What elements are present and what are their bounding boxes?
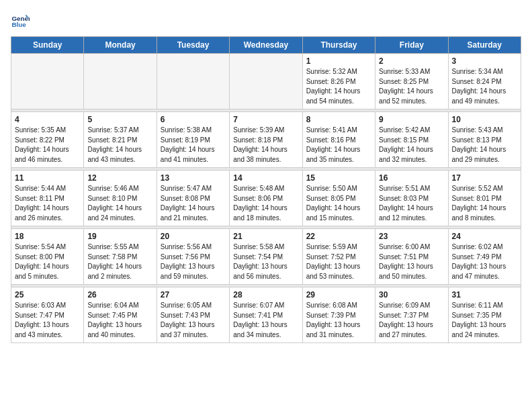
day-info: Sunrise: 5:50 AM Sunset: 8:05 PM Dayligh… — [306, 184, 371, 223]
calendar-cell: 2Sunrise: 5:33 AM Sunset: 8:25 PM Daylig… — [375, 54, 448, 109]
day-info: Sunrise: 5:47 AM Sunset: 8:08 PM Dayligh… — [161, 184, 226, 223]
calendar-cell: 13Sunrise: 5:47 AM Sunset: 8:08 PM Dayli… — [157, 171, 229, 226]
day-number: 5 — [87, 115, 152, 124]
day-number: 11 — [15, 173, 80, 183]
calendar-cell: 15Sunrise: 5:50 AM Sunset: 8:05 PM Dayli… — [302, 171, 375, 226]
calendar-cell: 28Sunrise: 6:07 AM Sunset: 7:41 PM Dayli… — [230, 287, 302, 343]
day-header-saturday: Saturday — [448, 37, 521, 54]
day-number: 22 — [306, 232, 371, 241]
svg-text:Blue: Blue — [11, 21, 26, 28]
day-info: Sunrise: 5:51 AM Sunset: 8:03 PM Dayligh… — [379, 184, 444, 223]
day-number: 2 — [379, 56, 444, 66]
day-number: 7 — [233, 115, 298, 124]
calendar-cell: 24Sunrise: 6:02 AM Sunset: 7:49 PM Dayli… — [448, 229, 521, 285]
day-info: Sunrise: 6:03 AM Sunset: 7:47 PM Dayligh… — [15, 301, 80, 340]
calendar-cell: 11Sunrise: 5:44 AM Sunset: 8:11 PM Dayli… — [11, 171, 84, 226]
day-info: Sunrise: 5:38 AM Sunset: 8:19 PM Dayligh… — [161, 126, 226, 165]
day-number: 15 — [306, 173, 371, 183]
day-info: Sunrise: 6:09 AM Sunset: 7:37 PM Dayligh… — [379, 301, 444, 340]
day-info: Sunrise: 5:48 AM Sunset: 8:06 PM Dayligh… — [233, 184, 298, 223]
calendar-cell: 12Sunrise: 5:46 AM Sunset: 8:10 PM Dayli… — [84, 171, 157, 226]
day-info: Sunrise: 5:46 AM Sunset: 8:10 PM Dayligh… — [87, 184, 152, 223]
day-header-sunday: Sunday — [11, 37, 84, 54]
day-number: 17 — [452, 173, 517, 183]
calendar-cell: 23Sunrise: 6:00 AM Sunset: 7:51 PM Dayli… — [375, 229, 448, 285]
day-info: Sunrise: 5:44 AM Sunset: 8:11 PM Dayligh… — [15, 184, 80, 223]
day-number: 23 — [379, 232, 444, 241]
day-number: 27 — [161, 290, 226, 300]
day-header-tuesday: Tuesday — [157, 37, 229, 54]
logo-icon: General Blue — [11, 11, 30, 30]
calendar-week-4: 18Sunrise: 5:54 AM Sunset: 8:00 PM Dayli… — [11, 229, 521, 285]
calendar: SundayMondayTuesdayWednesdayThursdayFrid… — [11, 36, 521, 343]
day-header-friday: Friday — [375, 37, 448, 54]
calendar-cell — [230, 54, 302, 109]
calendar-cell: 1Sunrise: 5:32 AM Sunset: 8:26 PM Daylig… — [302, 54, 375, 109]
day-info: Sunrise: 5:56 AM Sunset: 7:56 PM Dayligh… — [161, 242, 226, 281]
day-info: Sunrise: 6:05 AM Sunset: 7:43 PM Dayligh… — [161, 301, 226, 340]
day-number: 30 — [379, 290, 444, 300]
day-number: 9 — [379, 115, 444, 124]
calendar-cell: 14Sunrise: 5:48 AM Sunset: 8:06 PM Dayli… — [230, 171, 302, 226]
calendar-cell: 21Sunrise: 5:58 AM Sunset: 7:54 PM Dayli… — [230, 229, 302, 285]
day-number: 1 — [306, 56, 371, 66]
day-info: Sunrise: 6:00 AM Sunset: 7:51 PM Dayligh… — [379, 242, 444, 281]
calendar-cell: 6Sunrise: 5:38 AM Sunset: 8:19 PM Daylig… — [157, 112, 229, 168]
day-number: 6 — [161, 115, 226, 124]
day-number: 4 — [15, 115, 80, 124]
day-info: Sunrise: 5:54 AM Sunset: 8:00 PM Dayligh… — [15, 242, 80, 281]
day-number: 14 — [233, 173, 298, 183]
calendar-week-2: 4Sunrise: 5:35 AM Sunset: 8:22 PM Daylig… — [11, 112, 521, 168]
day-number: 20 — [161, 232, 226, 241]
day-info: Sunrise: 5:43 AM Sunset: 8:13 PM Dayligh… — [452, 126, 517, 165]
day-info: Sunrise: 6:08 AM Sunset: 7:39 PM Dayligh… — [306, 301, 371, 340]
day-number: 24 — [452, 232, 517, 241]
calendar-cell: 5Sunrise: 5:37 AM Sunset: 8:21 PM Daylig… — [84, 112, 157, 168]
day-info: Sunrise: 5:55 AM Sunset: 7:58 PM Dayligh… — [87, 242, 152, 281]
calendar-cell: 8Sunrise: 5:41 AM Sunset: 8:16 PM Daylig… — [302, 112, 375, 168]
calendar-week-5: 25Sunrise: 6:03 AM Sunset: 7:47 PM Dayli… — [11, 287, 521, 343]
page-header: General Blue — [11, 11, 521, 30]
day-info: Sunrise: 5:41 AM Sunset: 8:16 PM Dayligh… — [306, 126, 371, 165]
day-number: 18 — [15, 232, 80, 241]
day-info: Sunrise: 5:33 AM Sunset: 8:25 PM Dayligh… — [379, 67, 444, 106]
day-number: 26 — [87, 290, 152, 300]
day-info: Sunrise: 5:39 AM Sunset: 8:18 PM Dayligh… — [233, 126, 298, 165]
calendar-cell — [157, 54, 229, 109]
day-number: 12 — [87, 173, 152, 183]
calendar-cell: 27Sunrise: 6:05 AM Sunset: 7:43 PM Dayli… — [157, 287, 229, 343]
calendar-cell: 17Sunrise: 5:52 AM Sunset: 8:01 PM Dayli… — [448, 171, 521, 226]
day-header-row: SundayMondayTuesdayWednesdayThursdayFrid… — [11, 37, 521, 54]
day-info: Sunrise: 5:52 AM Sunset: 8:01 PM Dayligh… — [452, 184, 517, 223]
day-info: Sunrise: 5:42 AM Sunset: 8:15 PM Dayligh… — [379, 126, 444, 165]
calendar-cell — [84, 54, 157, 109]
calendar-cell: 10Sunrise: 5:43 AM Sunset: 8:13 PM Dayli… — [448, 112, 521, 168]
calendar-cell: 18Sunrise: 5:54 AM Sunset: 8:00 PM Dayli… — [11, 229, 84, 285]
calendar-cell: 22Sunrise: 5:59 AM Sunset: 7:52 PM Dayli… — [302, 229, 375, 285]
day-info: Sunrise: 5:59 AM Sunset: 7:52 PM Dayligh… — [306, 242, 371, 281]
day-number: 10 — [452, 115, 517, 124]
calendar-cell: 20Sunrise: 5:56 AM Sunset: 7:56 PM Dayli… — [157, 229, 229, 285]
day-header-monday: Monday — [84, 37, 157, 54]
day-number: 25 — [15, 290, 80, 300]
day-number: 29 — [306, 290, 371, 300]
calendar-cell: 7Sunrise: 5:39 AM Sunset: 8:18 PM Daylig… — [230, 112, 302, 168]
calendar-cell: 4Sunrise: 5:35 AM Sunset: 8:22 PM Daylig… — [11, 112, 84, 168]
day-info: Sunrise: 6:07 AM Sunset: 7:41 PM Dayligh… — [233, 301, 298, 340]
day-number: 28 — [233, 290, 298, 300]
calendar-week-1: 1Sunrise: 5:32 AM Sunset: 8:26 PM Daylig… — [11, 54, 521, 109]
day-header-thursday: Thursday — [302, 37, 375, 54]
day-info: Sunrise: 5:32 AM Sunset: 8:26 PM Dayligh… — [306, 67, 371, 106]
calendar-cell: 3Sunrise: 5:34 AM Sunset: 8:24 PM Daylig… — [448, 54, 521, 109]
day-info: Sunrise: 5:34 AM Sunset: 8:24 PM Dayligh… — [452, 67, 517, 106]
day-number: 21 — [233, 232, 298, 241]
calendar-cell: 19Sunrise: 5:55 AM Sunset: 7:58 PM Dayli… — [84, 229, 157, 285]
calendar-cell: 9Sunrise: 5:42 AM Sunset: 8:15 PM Daylig… — [375, 112, 448, 168]
calendar-cell: 25Sunrise: 6:03 AM Sunset: 7:47 PM Dayli… — [11, 287, 84, 343]
day-number: 16 — [379, 173, 444, 183]
day-info: Sunrise: 5:37 AM Sunset: 8:21 PM Dayligh… — [87, 126, 152, 165]
calendar-cell: 29Sunrise: 6:08 AM Sunset: 7:39 PM Dayli… — [302, 287, 375, 343]
calendar-cell: 31Sunrise: 6:11 AM Sunset: 7:35 PM Dayli… — [448, 287, 521, 343]
day-number: 31 — [452, 290, 517, 300]
day-info: Sunrise: 6:11 AM Sunset: 7:35 PM Dayligh… — [452, 301, 517, 340]
